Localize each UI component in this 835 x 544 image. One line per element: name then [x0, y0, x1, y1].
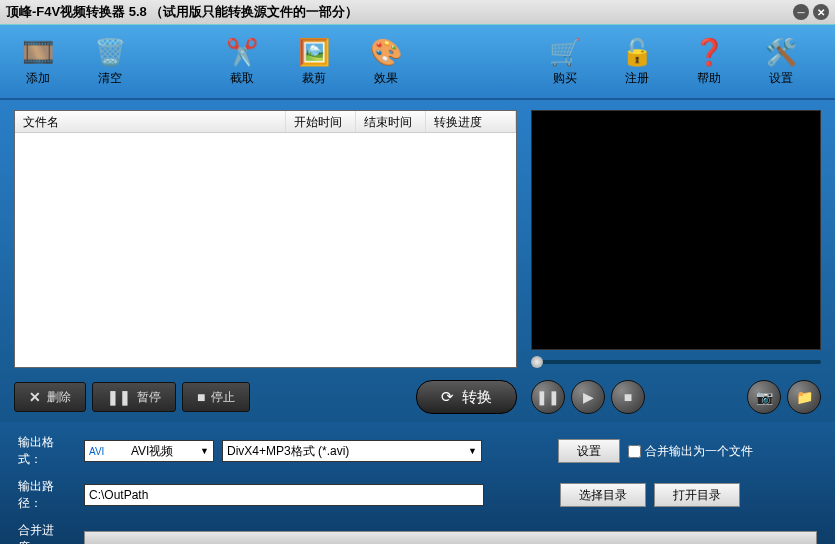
titlebar: 顶峰-F4V视频转换器 5.8 （试用版只能转换源文件的一部分） ─ ✕	[0, 0, 835, 24]
output-format-label: 输出格式：	[18, 434, 76, 468]
col-progress[interactable]: 转换进度	[426, 111, 516, 132]
tools-icon: 🛠️	[763, 36, 799, 68]
output-path-input[interactable]	[84, 484, 484, 506]
minimize-button[interactable]: ─	[793, 4, 809, 20]
preview-panel	[531, 110, 821, 350]
refresh-icon: ⟳	[441, 388, 454, 406]
play-pause-button[interactable]: ❚❚	[531, 380, 565, 414]
slider-thumb[interactable]	[531, 356, 543, 368]
output-path-label: 输出路径：	[18, 478, 76, 512]
main-area: 文件名 开始时间 结束时间 转换进度 ✕删除 ❚❚暂停 ■停止 ⟳转换 ❚❚ ▶…	[0, 100, 835, 422]
col-filename[interactable]: 文件名	[15, 111, 286, 132]
open-folder-button[interactable]: 📁	[787, 380, 821, 414]
buy-button[interactable]: 🛒 购买	[537, 36, 593, 87]
delete-button[interactable]: ✕删除	[14, 382, 86, 412]
merge-checkbox[interactable]: 合并输出为一个文件	[628, 443, 753, 460]
browse-dir-button[interactable]: 选择目录	[560, 483, 646, 507]
progress-label: 合并进度：	[18, 522, 76, 544]
register-button[interactable]: 🔓 注册	[609, 36, 665, 87]
seek-slider[interactable]	[531, 354, 821, 370]
open-dir-button[interactable]: 打开目录	[654, 483, 740, 507]
format-settings-button[interactable]: 设置	[558, 439, 620, 463]
effect-button[interactable]: 🎨 效果	[358, 36, 414, 87]
stop-play-button[interactable]: ■	[611, 380, 645, 414]
pause-icon: ❚❚	[107, 389, 131, 405]
cut-button[interactable]: ✂️ 截取	[214, 36, 270, 87]
bottom-panel: 输出格式： AVI AVI视频 ▼ DivX4+MP3格式 (*.avi) ▼ …	[0, 422, 835, 544]
pause-button[interactable]: ❚❚暂停	[92, 382, 176, 412]
format-type-select[interactable]: AVI AVI视频 ▼	[84, 440, 214, 462]
col-end[interactable]: 结束时间	[356, 111, 426, 132]
stop-icon: ■	[197, 389, 205, 405]
help-icon: ❓	[691, 36, 727, 68]
key-icon: 🔓	[619, 36, 655, 68]
merge-checkbox-input[interactable]	[628, 445, 641, 458]
convert-button[interactable]: ⟳转换	[416, 380, 517, 414]
crop-button[interactable]: 🖼️ 裁剪	[286, 36, 342, 87]
scissors-icon: ✂️	[224, 36, 260, 68]
format-codec-select[interactable]: DivX4+MP3格式 (*.avi) ▼	[222, 440, 482, 462]
col-start[interactable]: 开始时间	[286, 111, 356, 132]
help-button[interactable]: ❓ 帮助	[681, 36, 737, 87]
effect-icon: 🎨	[368, 36, 404, 68]
toolbar: 🎞️ 添加 🗑️ 清空 ✂️ 截取 🖼️ 裁剪 🎨 效果 🛒 购买 🔓 注册 ❓…	[0, 24, 835, 100]
x-icon: ✕	[29, 389, 41, 405]
file-list[interactable]: 文件名 开始时间 结束时间 转换进度	[14, 110, 517, 368]
app-title: 顶峰-F4V视频转换器 5.8 （试用版只能转换源文件的一部分）	[6, 3, 358, 21]
chevron-down-icon: ▼	[468, 446, 477, 456]
add-button[interactable]: 🎞️ 添加	[10, 36, 66, 87]
clear-button[interactable]: 🗑️ 清空	[82, 36, 138, 87]
crop-icon: 🖼️	[296, 36, 332, 68]
progress-bar	[84, 531, 817, 544]
play-button[interactable]: ▶	[571, 380, 605, 414]
trash-icon: 🗑️	[92, 36, 128, 68]
settings-button[interactable]: 🛠️ 设置	[753, 36, 809, 87]
chevron-down-icon: ▼	[200, 446, 209, 456]
file-list-header: 文件名 开始时间 结束时间 转换进度	[15, 111, 516, 133]
stop-button[interactable]: ■停止	[182, 382, 250, 412]
cart-icon: 🛒	[547, 36, 583, 68]
film-add-icon: 🎞️	[20, 36, 56, 68]
close-button[interactable]: ✕	[813, 4, 829, 20]
snapshot-button[interactable]: 📷	[747, 380, 781, 414]
file-list-body[interactable]	[15, 133, 516, 367]
